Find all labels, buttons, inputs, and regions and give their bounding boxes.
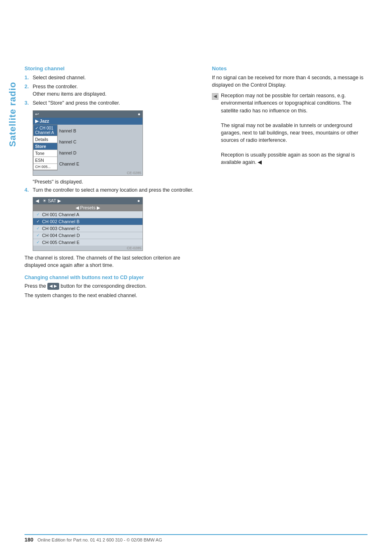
preset-label-2: CH 002 Channel B (42, 219, 80, 224)
screen2-watermark: CE-0285 (33, 246, 143, 251)
screen1-ch005: CH 005... (33, 164, 57, 170)
preset-label-4: CH 004 Channel D (42, 233, 80, 238)
note-2-box: Reception may not be possible for certai… (212, 92, 368, 166)
screen1-back-icon: ↩ (35, 112, 39, 117)
preset-row-4: ✓ CH 004 Channel D (33, 232, 143, 239)
step-4: 4. Turn the controller to select a memor… (24, 186, 196, 194)
screen2-sat-label: ◀ ☀ SAT ▶ (36, 198, 61, 204)
step-2: 2. Press the controller.Other menu items… (24, 83, 196, 98)
step-1: 1. Select desired channel. (24, 74, 196, 81)
changing-channel-heading: Changing channel with buttons next to CD… (24, 275, 196, 280)
step-1-num: 1. (24, 74, 30, 81)
screen1-details: Details (33, 136, 57, 143)
screen-mockup-2: ◀ ☀ SAT ▶ ● ◀ Presets ▶ ✓ CH 001 Channel… (33, 197, 143, 251)
page-footer: 180 Online Edition for Part no. 01 41 2 … (24, 534, 368, 543)
preset-row-3: ✓ CH 003 Channel C (33, 225, 143, 232)
main-content: Storing channel 1. Select desired channe… (24, 65, 368, 522)
screen1-store: Store (33, 143, 57, 150)
two-column-layout: Storing channel 1. Select desired channe… (24, 65, 368, 301)
screen1-topbar: ↩ ● (33, 111, 143, 118)
step-3-text: Select "Store" and press the controller. (33, 99, 196, 107)
preset-check-2: ✓ (36, 219, 40, 224)
screen1-ch001: ✓ CH 001 Channel A (33, 125, 57, 136)
step-2-text: Press the controller.Other menu items ar… (33, 83, 196, 98)
screen1-esn: ESN (33, 157, 57, 164)
screen2-topbar: ◀ ☀ SAT ▶ ● (33, 197, 143, 204)
step-3-num: 3. (24, 99, 30, 107)
screen1-channels-col: hannel B hannel C hannel D Channel E (58, 125, 143, 170)
screen1-menu-icon: ● (138, 112, 140, 116)
preset-label-5: CH 005 Channel E (42, 240, 80, 245)
channel-b: hannel B (59, 128, 141, 134)
step-3: 3. Select "Store" and press the controll… (24, 99, 196, 107)
step-1-text: Select desired channel. (33, 74, 196, 81)
screen1-tone: Tone (33, 150, 57, 157)
preset-label-1: CH 001 Channel A (42, 212, 79, 217)
cd-button-icon: ◀ ▶ (47, 283, 59, 290)
preset-row-5: ✓ CH 005 Channel E (33, 239, 143, 246)
page-number: 180 (24, 537, 33, 543)
notes-heading: Notes (212, 65, 368, 72)
steps-list: 1. Select desired channel. 2. Press the … (24, 74, 196, 107)
preset-check-5: ✓ (36, 240, 40, 244)
note-1-text: If no signal can be received for more th… (212, 74, 368, 89)
preset-row-1: ✓ CH 001 Channel A (33, 211, 143, 218)
press-text: Press the ◀ ▶ button for the correspondi… (24, 282, 196, 290)
screen2-presets-label: ◀ Presets ▶ (33, 204, 143, 211)
channel-d: hannel D (59, 150, 141, 156)
footer-copyright: Online Edition for Part no. 01 41 2 600 … (38, 537, 162, 542)
preset-row-2: ✓ CH 002 Channel B (33, 218, 143, 225)
channel-c: hannel C (59, 139, 141, 145)
preset-check-1: ✓ (36, 212, 40, 217)
system-change-text: The system changes to the next enabled c… (24, 292, 196, 299)
note-triangle-icon (212, 93, 218, 166)
note-2-text: Reception may not be possible for certai… (221, 92, 368, 166)
left-column: Storing channel 1. Select desired channe… (24, 65, 196, 301)
screen1-watermark: CE-0285 (33, 170, 143, 175)
screen-mockup-1: ↩ ● ▶ Jazz ✓ CH 001 Channel A Details St… (33, 110, 143, 176)
stored-text: The channel is stored. The channels of t… (24, 254, 196, 269)
screen1-menu-col: ✓ CH 001 Channel A Details Store Tone ES… (33, 125, 58, 170)
presets-displayed-text: "Presets" is displayed. (33, 179, 196, 185)
back-arrow-icon: ◀ (258, 159, 262, 165)
channel-e: Channel E (59, 161, 141, 167)
sidebar-label: Satellite radio (7, 82, 18, 147)
step-2-num: 2. (24, 83, 30, 98)
right-column: Notes If no signal can be received for m… (212, 65, 368, 301)
screen1-jazz-row: ▶ Jazz (33, 118, 143, 125)
screen1-menu-area: ✓ CH 001 Channel A Details Store Tone ES… (33, 125, 143, 170)
screen2-menu-icon: ● (137, 198, 140, 203)
step-4-list: 4. Turn the controller to select a memor… (24, 186, 196, 194)
preset-check-4: ✓ (36, 233, 40, 237)
preset-label-3: CH 003 Channel C (42, 226, 80, 231)
preset-check-3: ✓ (36, 226, 40, 231)
step-4-text: Turn the controller to select a memory l… (33, 186, 196, 194)
step-4-num: 4. (24, 186, 30, 194)
storing-channel-heading: Storing channel (24, 65, 196, 72)
